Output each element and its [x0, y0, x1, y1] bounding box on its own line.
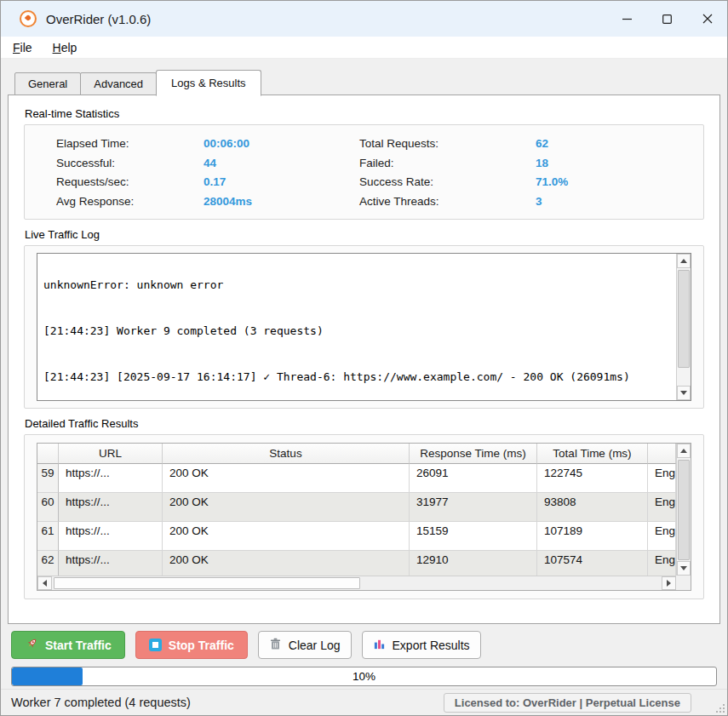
app-window: OverRider (v1.0.6) File Help General Adv…: [0, 0, 728, 716]
table-vscroll-thumb[interactable]: [678, 460, 690, 560]
log-line: unknownError: unknown error: [43, 278, 674, 293]
bar-chart-icon: [373, 638, 386, 653]
scroll-down-icon[interactable]: [677, 561, 691, 576]
scroll-down-icon[interactable]: [677, 386, 691, 400]
cell-response[interactable]: 26091: [410, 464, 537, 493]
log-scrollbar-thumb[interactable]: [678, 270, 690, 368]
minimize-button[interactable]: [607, 1, 647, 37]
stat-label-avg-response: Avg Response:: [56, 192, 203, 210]
log-lines: unknownError: unknown error [21:44:23] W…: [43, 253, 674, 401]
stat-label-requests-per-sec: Requests/sec:: [56, 173, 203, 191]
cell-response[interactable]: 12910: [410, 551, 537, 576]
progress-percent: 10%: [12, 667, 716, 685]
table-hscroll-thumb[interactable]: [54, 577, 360, 589]
column-header-extra[interactable]: [648, 444, 676, 464]
cell-total[interactable]: 107574: [537, 551, 648, 576]
cell-url[interactable]: https://...: [59, 464, 163, 493]
window-title: OverRider (v1.0.6): [46, 12, 151, 26]
log-line: [21:44:23] [2025-09-17 16:14:17] ✓ Threa…: [43, 369, 674, 385]
maximize-button[interactable]: [647, 1, 687, 37]
cell-total[interactable]: 93808: [537, 493, 648, 522]
results-grid: URL Status Response Time (ms) Total Time…: [37, 444, 676, 576]
menu-bar: File Help: [1, 37, 727, 59]
column-header-response[interactable]: Response Time (ms): [410, 444, 537, 464]
window-controls: [607, 1, 727, 37]
cell-response[interactable]: 31977: [410, 493, 537, 522]
stat-value-requests-per-sec: 0.17: [203, 173, 359, 191]
resize-grip[interactable]: [715, 703, 725, 713]
action-buttons: Start Traffic Stop Traffic Cl: [11, 631, 720, 659]
main-area: General Advanced Logs & Results Real-tim…: [1, 59, 727, 689]
stop-traffic-button[interactable]: Stop Traffic: [135, 631, 248, 659]
stat-label-active-threads: Active Threads:: [359, 192, 536, 210]
cell-extra[interactable]: Eng: [648, 493, 676, 522]
scrollbar-corner: [676, 576, 691, 590]
stat-value-failed: 18: [536, 154, 695, 172]
cell-response[interactable]: 15159: [410, 522, 537, 551]
cell-url[interactable]: https://...: [59, 522, 163, 551]
stat-label-elapsed-time: Elapsed Time:: [56, 135, 203, 152]
scroll-up-icon[interactable]: [677, 254, 691, 268]
export-results-button[interactable]: Export Results: [362, 631, 481, 659]
stats-box: Elapsed Time: 00:06:00 Total Requests: 6…: [24, 124, 704, 220]
app-icon: [20, 10, 37, 27]
stat-label-failed: Failed:: [359, 154, 536, 172]
column-header-rownum[interactable]: [37, 444, 59, 464]
tab-logs-results[interactable]: Logs & Results: [156, 70, 261, 96]
stat-label-successful: Successful:: [56, 154, 203, 172]
cell-status[interactable]: 200 OK: [163, 522, 410, 551]
results-section-title: Detailed Traffic Results: [25, 417, 704, 430]
cell-status[interactable]: 200 OK: [163, 493, 410, 522]
close-button[interactable]: [687, 1, 727, 37]
cell-total[interactable]: 122745: [537, 464, 648, 493]
stat-label-total-requests: Total Requests:: [359, 135, 536, 152]
cell-url[interactable]: https://...: [59, 551, 163, 576]
stop-icon: [149, 639, 162, 651]
log-groupbox: unknownError: unknown error [21:44:23] W…: [24, 245, 704, 409]
log-scrollbar[interactable]: [676, 254, 691, 400]
license-badge: Licensed to: OverRider | Perpetual Licen…: [444, 693, 691, 713]
progress-bar: 10%: [11, 667, 717, 686]
column-header-status[interactable]: Status: [163, 444, 410, 464]
stat-value-total-requests: 62: [536, 135, 695, 152]
stat-value-success-rate: 71.0%: [536, 173, 695, 191]
cell-total[interactable]: 107189: [537, 522, 648, 551]
table-horizontal-scrollbar[interactable]: [37, 576, 676, 590]
column-header-url[interactable]: URL: [59, 444, 163, 464]
stat-value-successful: 44: [203, 154, 359, 172]
live-traffic-log[interactable]: unknownError: unknown error [21:44:23] W…: [37, 253, 691, 401]
log-section-title: Live Traffic Log: [25, 228, 704, 241]
column-header-total[interactable]: Total Time (ms): [537, 444, 648, 464]
title-bar: OverRider (v1.0.6): [1, 1, 727, 37]
logs-results-panel: Real-time Statistics Elapsed Time: 00:06…: [8, 95, 720, 624]
clear-log-button[interactable]: Clear Log: [258, 631, 352, 659]
rocket-icon: [25, 637, 38, 653]
tab-general[interactable]: General: [14, 72, 81, 95]
status-bar: Worker 7 completed (4 requests) Licensed…: [1, 689, 727, 715]
row-number[interactable]: 60: [37, 493, 59, 522]
stat-value-active-threads: 3: [536, 192, 695, 210]
stop-traffic-label: Stop Traffic: [169, 639, 234, 652]
cell-status[interactable]: 200 OK: [163, 551, 410, 576]
results-groupbox: URL Status Response Time (ms) Total Time…: [24, 434, 704, 599]
scroll-right-icon[interactable]: [662, 576, 676, 590]
stat-value-avg-response: 28004ms: [203, 192, 359, 210]
row-number[interactable]: 59: [37, 464, 59, 493]
scroll-up-icon[interactable]: [677, 444, 691, 458]
menu-file[interactable]: File: [13, 41, 32, 54]
tab-advanced[interactable]: Advanced: [80, 72, 157, 95]
export-results-label: Export Results: [393, 639, 470, 652]
table-vertical-scrollbar[interactable]: [676, 444, 691, 576]
log-line: [21:44:23] Worker 9 completed (3 request…: [43, 324, 674, 339]
cell-url[interactable]: https://...: [59, 493, 163, 522]
cell-extra[interactable]: Eng: [648, 522, 676, 551]
stat-value-elapsed-time: 00:06:00: [203, 135, 359, 152]
cell-extra[interactable]: Eng: [648, 464, 676, 493]
menu-help[interactable]: Help: [53, 41, 77, 54]
cell-extra[interactable]: Eng: [648, 551, 676, 576]
scroll-left-icon[interactable]: [37, 576, 52, 590]
cell-status[interactable]: 200 OK: [163, 464, 410, 493]
start-traffic-button[interactable]: Start Traffic: [11, 631, 125, 659]
row-number[interactable]: 61: [37, 522, 59, 551]
row-number[interactable]: 62: [37, 551, 59, 576]
